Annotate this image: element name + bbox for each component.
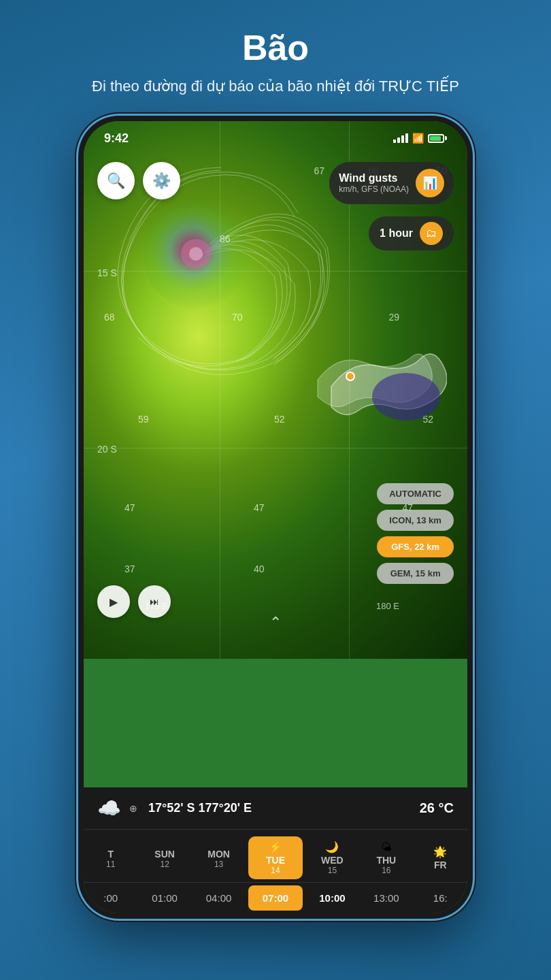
day-name-t: T: [86, 849, 135, 860]
phone-screen: 9:42 📶: [84, 121, 467, 913]
page-header: Bão Đi theo đường đi dự báo của bão nhiệ…: [92, 0, 459, 116]
day-item-fr[interactable]: 🌟 FR: [414, 841, 467, 875]
day-item-mon[interactable]: MON 13: [192, 843, 246, 873]
time-item-16[interactable]: 16:: [414, 885, 467, 911]
day-item-t[interactable]: T 11: [84, 843, 137, 873]
hour-badge[interactable]: 1 hour 🗂: [369, 216, 454, 250]
day-name-wed: WED: [308, 855, 356, 866]
playback-controls: ▶ ⏭: [97, 585, 171, 618]
label-47b: 47: [254, 502, 265, 513]
time-item-0[interactable]: :00: [84, 885, 137, 911]
wifi-icon: 📶: [412, 133, 424, 144]
chevron-up-icon[interactable]: ⌃: [269, 614, 282, 632]
day-num-wed: 15: [308, 866, 356, 875]
label-15s: 15 S: [97, 267, 117, 278]
phone-frame: 9:42 📶: [78, 116, 473, 919]
time-item-7[interactable]: 07:00: [248, 885, 302, 911]
day-icon-thu: 🌤: [362, 841, 410, 853]
status-icons: 📶: [393, 133, 447, 144]
label-29: 29: [388, 312, 399, 323]
model-automatic[interactable]: AUTOMATIC: [377, 483, 454, 504]
time-item-10[interactable]: 10:00: [305, 885, 359, 911]
settings-button[interactable]: ⚙️: [143, 162, 180, 199]
label-68mid: 68: [104, 312, 115, 323]
top-right-controls: Wind gusts km/h, GFS (NOAA) 📊 1 hour 🗂: [329, 162, 454, 250]
page-subtitle: Đi theo đường đi dự báo của bão nhiệt đớ…: [92, 78, 459, 95]
location-text: 17°52' S 177°20' E: [148, 801, 252, 815]
day-item-tue[interactable]: ⚡ TUE 14: [248, 836, 302, 879]
day-name-fr: FR: [416, 860, 465, 870]
day-name-thu: THU: [362, 855, 410, 866]
day-icon-tue: ⚡: [251, 840, 299, 853]
bottom-info: ☁️ ⊕ 17°52' S 177°20' E 26 °C T 11 SUN: [84, 787, 467, 913]
model-selector: AUTOMATIC ICON, 13 km GFS, 22 km GEM, 15…: [377, 483, 454, 584]
day-selector: T 11 SUN 12 MON 13 ⚡ TUE: [84, 830, 467, 883]
day-name-sun: SUN: [140, 849, 188, 860]
label-70: 70: [232, 312, 243, 323]
day-item-sun[interactable]: SUN 12: [137, 843, 191, 873]
signal-icon: [393, 133, 408, 143]
time-item-13[interactable]: 13:00: [359, 885, 413, 911]
label-40: 40: [254, 564, 265, 574]
svg-point-3: [372, 373, 440, 421]
model-icon[interactable]: ICON, 13 km: [377, 510, 454, 531]
model-gfs[interactable]: GFS, 22 km: [377, 536, 454, 557]
page-title: Bão: [92, 27, 459, 68]
location-pin-icon: ⊕: [129, 803, 137, 814]
day-num-mon: 13: [195, 860, 243, 869]
label-180e: 180 E: [376, 601, 399, 611]
label-47a: 47: [124, 502, 135, 513]
label-20s: 20 S: [97, 444, 117, 455]
wind-badge-icon: 📊: [416, 169, 444, 197]
wind-gusts-badge[interactable]: Wind gusts km/h, GFS (NOAA) 📊: [329, 162, 454, 204]
location-bar: ☁️ ⊕ 17°52' S 177°20' E 26 °C: [84, 787, 467, 830]
location-dot: [346, 372, 355, 381]
day-item-thu[interactable]: 🌤 THU 16: [359, 837, 413, 879]
grid-h1: [84, 271, 467, 272]
battery-icon: [428, 134, 447, 143]
map-area[interactable]: 15 S 20 S 67 68 50 86 68 70 29 59 52 52 …: [84, 121, 467, 659]
temperature-text: 26 °C: [420, 800, 454, 816]
island-svg: [311, 332, 447, 434]
time-item-4[interactable]: 04:00: [192, 885, 246, 911]
day-num-thu: 16: [362, 866, 410, 875]
day-item-wed[interactable]: 🌙 WED 15: [305, 836, 359, 879]
map-controls: 🔍 ⚙️ Wind gusts km/h, GFS (NOAA) 📊: [97, 162, 454, 250]
label-59: 59: [138, 414, 149, 425]
time-item-1[interactable]: 01:00: [137, 885, 191, 911]
label-52: 52: [274, 414, 285, 425]
wind-badge-sub: km/h, GFS (NOAA): [339, 184, 409, 194]
wind-badge-text: Wind gusts km/h, GFS (NOAA): [339, 172, 409, 194]
cloud-icon: ☁️: [97, 797, 121, 819]
day-icon-wed: 🌙: [308, 840, 356, 853]
model-gem[interactable]: GEM, 15 km: [377, 563, 454, 584]
grid-h2: [84, 448, 467, 448]
skip-button[interactable]: ⏭: [138, 585, 171, 618]
status-bar: 9:42 📶: [84, 121, 467, 155]
wind-badge-title: Wind gusts: [339, 172, 409, 184]
status-time: 9:42: [104, 131, 129, 146]
day-name-tue: TUE: [251, 855, 299, 866]
label-37: 37: [124, 564, 135, 574]
play-button[interactable]: ▶: [97, 585, 130, 618]
search-button[interactable]: 🔍: [97, 162, 135, 199]
search-gear-buttons: 🔍 ⚙️: [97, 162, 180, 199]
day-icon-fr: 🌟: [416, 845, 465, 858]
day-num-sun: 12: [140, 860, 188, 869]
day-name-mon: MON: [195, 849, 243, 860]
time-selector: :00 01:00 04:00 07:00 10:00 13:00 16:: [84, 883, 467, 913]
layers-icon: 🗂: [420, 222, 443, 245]
day-num-t: 11: [86, 860, 135, 869]
hour-badge-text: 1 hour: [380, 227, 413, 240]
phone-wrapper: 9:42 📶: [78, 116, 473, 919]
day-num-tue: 14: [251, 866, 299, 875]
